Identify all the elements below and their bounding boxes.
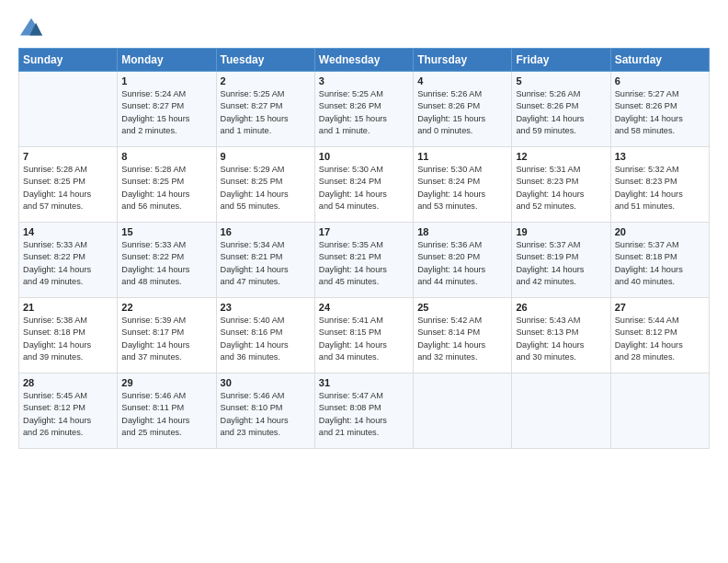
day-cell: 17Sunrise: 5:35 AM Sunset: 8:21 PM Dayli… xyxy=(314,223,413,298)
day-cell xyxy=(610,373,709,449)
day-info: Sunrise: 5:27 AM Sunset: 8:26 PM Dayligh… xyxy=(615,88,705,137)
day-info: Sunrise: 5:44 AM Sunset: 8:12 PM Dayligh… xyxy=(615,315,705,363)
day-info: Sunrise: 5:30 AM Sunset: 8:24 PM Dayligh… xyxy=(417,164,507,213)
day-info: Sunrise: 5:46 AM Sunset: 8:10 PM Dayligh… xyxy=(221,390,311,439)
week-row-1: 1Sunrise: 5:24 AM Sunset: 8:27 PM Daylig… xyxy=(19,72,710,147)
day-cell: 15Sunrise: 5:33 AM Sunset: 8:22 PM Dayli… xyxy=(118,223,216,298)
calendar-table: SundayMondayTuesdayWednesdayThursdayFrid… xyxy=(18,48,710,449)
day-number: 20 xyxy=(615,226,705,237)
logo-icon xyxy=(18,17,44,39)
day-number: 6 xyxy=(615,75,705,86)
day-info: Sunrise: 5:37 AM Sunset: 8:19 PM Dayligh… xyxy=(516,239,606,288)
header-row: SundayMondayTuesdayWednesdayThursdayFrid… xyxy=(19,49,710,72)
day-cell: 20Sunrise: 5:37 AM Sunset: 8:18 PM Dayli… xyxy=(610,223,709,298)
day-cell xyxy=(19,72,118,147)
day-info: Sunrise: 5:40 AM Sunset: 8:16 PM Dayligh… xyxy=(221,315,311,363)
header xyxy=(18,17,710,39)
day-info: Sunrise: 5:25 AM Sunset: 8:27 PM Dayligh… xyxy=(221,88,311,137)
day-info: Sunrise: 5:25 AM Sunset: 8:26 PM Dayligh… xyxy=(319,88,409,137)
day-cell: 22Sunrise: 5:39 AM Sunset: 8:17 PM Dayli… xyxy=(118,298,216,373)
day-cell: 26Sunrise: 5:43 AM Sunset: 8:13 PM Dayli… xyxy=(512,298,610,373)
day-number: 24 xyxy=(319,302,409,313)
day-info: Sunrise: 5:43 AM Sunset: 8:13 PM Dayligh… xyxy=(516,315,606,363)
day-cell: 31Sunrise: 5:47 AM Sunset: 8:08 PM Dayli… xyxy=(314,373,413,449)
day-number: 31 xyxy=(319,377,409,388)
day-number: 30 xyxy=(221,377,311,388)
day-cell: 8Sunrise: 5:28 AM Sunset: 8:25 PM Daylig… xyxy=(118,147,216,223)
day-cell: 30Sunrise: 5:46 AM Sunset: 8:10 PM Dayli… xyxy=(216,373,314,449)
day-number: 10 xyxy=(319,151,409,162)
day-number: 13 xyxy=(615,151,705,162)
day-number: 1 xyxy=(121,75,211,86)
day-info: Sunrise: 5:26 AM Sunset: 8:26 PM Dayligh… xyxy=(516,88,606,137)
day-info: Sunrise: 5:38 AM Sunset: 8:18 PM Dayligh… xyxy=(23,315,113,363)
day-number: 19 xyxy=(516,226,606,237)
day-cell: 28Sunrise: 5:45 AM Sunset: 8:12 PM Dayli… xyxy=(19,373,118,449)
day-number: 25 xyxy=(417,302,507,313)
day-info: Sunrise: 5:29 AM Sunset: 8:25 PM Dayligh… xyxy=(221,164,311,213)
day-cell: 2Sunrise: 5:25 AM Sunset: 8:27 PM Daylig… xyxy=(216,72,314,147)
col-header-monday: Monday xyxy=(118,49,216,72)
day-info: Sunrise: 5:33 AM Sunset: 8:22 PM Dayligh… xyxy=(121,239,211,288)
day-number: 18 xyxy=(417,226,507,237)
day-info: Sunrise: 5:30 AM Sunset: 8:24 PM Dayligh… xyxy=(319,164,409,213)
week-row-2: 7Sunrise: 5:28 AM Sunset: 8:25 PM Daylig… xyxy=(19,147,710,223)
day-cell: 14Sunrise: 5:33 AM Sunset: 8:22 PM Dayli… xyxy=(19,223,118,298)
day-number: 26 xyxy=(516,302,606,313)
day-number: 17 xyxy=(319,226,409,237)
day-cell: 25Sunrise: 5:42 AM Sunset: 8:14 PM Dayli… xyxy=(414,298,512,373)
day-number: 9 xyxy=(221,151,311,162)
day-info: Sunrise: 5:28 AM Sunset: 8:25 PM Dayligh… xyxy=(23,164,113,213)
day-cell: 5Sunrise: 5:26 AM Sunset: 8:26 PM Daylig… xyxy=(512,72,610,147)
week-row-5: 28Sunrise: 5:45 AM Sunset: 8:12 PM Dayli… xyxy=(19,373,710,449)
col-header-wednesday: Wednesday xyxy=(314,49,413,72)
day-number: 14 xyxy=(23,226,113,237)
day-cell: 9Sunrise: 5:29 AM Sunset: 8:25 PM Daylig… xyxy=(216,147,314,223)
day-info: Sunrise: 5:45 AM Sunset: 8:12 PM Dayligh… xyxy=(23,390,113,439)
day-number: 27 xyxy=(615,302,705,313)
day-info: Sunrise: 5:36 AM Sunset: 8:20 PM Dayligh… xyxy=(417,239,507,288)
col-header-friday: Friday xyxy=(512,49,610,72)
day-cell: 16Sunrise: 5:34 AM Sunset: 8:21 PM Dayli… xyxy=(216,223,314,298)
day-cell: 27Sunrise: 5:44 AM Sunset: 8:12 PM Dayli… xyxy=(610,298,709,373)
day-info: Sunrise: 5:37 AM Sunset: 8:18 PM Dayligh… xyxy=(615,239,705,288)
day-cell: 23Sunrise: 5:40 AM Sunset: 8:16 PM Dayli… xyxy=(216,298,314,373)
day-number: 5 xyxy=(516,75,606,86)
day-info: Sunrise: 5:42 AM Sunset: 8:14 PM Dayligh… xyxy=(417,315,507,363)
day-number: 8 xyxy=(121,151,211,162)
day-number: 2 xyxy=(221,75,311,86)
day-info: Sunrise: 5:33 AM Sunset: 8:22 PM Dayligh… xyxy=(23,239,113,288)
day-number: 23 xyxy=(221,302,311,313)
day-cell xyxy=(414,373,512,449)
day-info: Sunrise: 5:28 AM Sunset: 8:25 PM Dayligh… xyxy=(121,164,211,213)
day-number: 11 xyxy=(417,151,507,162)
col-header-tuesday: Tuesday xyxy=(216,49,314,72)
day-cell: 21Sunrise: 5:38 AM Sunset: 8:18 PM Dayli… xyxy=(19,298,118,373)
day-number: 12 xyxy=(516,151,606,162)
day-cell: 11Sunrise: 5:30 AM Sunset: 8:24 PM Dayli… xyxy=(414,147,512,223)
day-info: Sunrise: 5:24 AM Sunset: 8:27 PM Dayligh… xyxy=(121,88,211,137)
week-row-4: 21Sunrise: 5:38 AM Sunset: 8:18 PM Dayli… xyxy=(19,298,710,373)
day-cell: 4Sunrise: 5:26 AM Sunset: 8:26 PM Daylig… xyxy=(414,72,512,147)
day-number: 7 xyxy=(23,151,113,162)
day-info: Sunrise: 5:34 AM Sunset: 8:21 PM Dayligh… xyxy=(221,239,311,288)
col-header-saturday: Saturday xyxy=(610,49,709,72)
day-cell: 3Sunrise: 5:25 AM Sunset: 8:26 PM Daylig… xyxy=(314,72,413,147)
day-cell: 13Sunrise: 5:32 AM Sunset: 8:23 PM Dayli… xyxy=(610,147,709,223)
day-number: 15 xyxy=(121,226,211,237)
day-number: 4 xyxy=(417,75,507,86)
day-cell xyxy=(512,373,610,449)
day-cell: 18Sunrise: 5:36 AM Sunset: 8:20 PM Dayli… xyxy=(414,223,512,298)
day-info: Sunrise: 5:32 AM Sunset: 8:23 PM Dayligh… xyxy=(615,164,705,213)
page: SundayMondayTuesdayWednesdayThursdayFrid… xyxy=(0,0,728,563)
day-number: 21 xyxy=(23,302,113,313)
day-cell: 10Sunrise: 5:30 AM Sunset: 8:24 PM Dayli… xyxy=(314,147,413,223)
day-cell: 24Sunrise: 5:41 AM Sunset: 8:15 PM Dayli… xyxy=(314,298,413,373)
day-cell: 29Sunrise: 5:46 AM Sunset: 8:11 PM Dayli… xyxy=(118,373,216,449)
day-info: Sunrise: 5:47 AM Sunset: 8:08 PM Dayligh… xyxy=(319,390,409,439)
day-number: 3 xyxy=(319,75,409,86)
day-number: 29 xyxy=(121,377,211,388)
day-cell: 19Sunrise: 5:37 AM Sunset: 8:19 PM Dayli… xyxy=(512,223,610,298)
day-cell: 1Sunrise: 5:24 AM Sunset: 8:27 PM Daylig… xyxy=(118,72,216,147)
day-number: 22 xyxy=(121,302,211,313)
